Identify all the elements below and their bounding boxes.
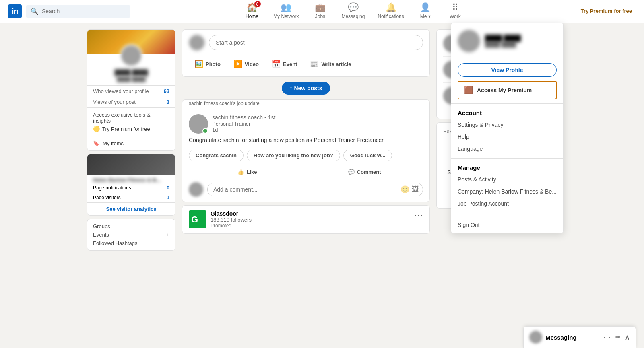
reaction-how[interactable]: How are you liking the new job? — [247, 150, 340, 161]
nav-messaging-label: Messaging — [341, 14, 365, 19]
dropdown-help[interactable]: Help — [458, 131, 557, 143]
dropdown-account-section: Account Settings & Privacy Help Language — [451, 105, 563, 156]
home-badge: 8 — [254, 1, 261, 7]
sidebar-analytics-link[interactable]: See visitor analytics — [87, 202, 175, 215]
sidebar-premium-text: Access exclusive tools & insights — [93, 112, 150, 124]
home-icon: 🏠8 — [247, 2, 258, 13]
premium-btn[interactable]: Try Premium for free — [577, 6, 636, 16]
dropdown-account-title: Account — [458, 109, 557, 116]
post-author-name[interactable]: sachin fitness coach • 1st — [212, 114, 423, 121]
sidebar-link-groups[interactable]: Groups — [93, 223, 169, 229]
comment-input-wrap: 🙂 🖼 — [207, 183, 423, 196]
topnav: in 🔍 🏠8 Home 👥 My Network 💼 Jobs 💬 Messa… — [0, 0, 644, 23]
glassdoor-info: Glassdoor 188,310 followers Promoted — [211, 210, 410, 229]
dropdown-job-posting[interactable]: Job Posting Account — [458, 198, 557, 210]
access-premium-btn[interactable]: 🟫 Access My Premium — [458, 81, 557, 99]
compose-video-label: Video — [245, 61, 259, 67]
search-input[interactable] — [42, 8, 126, 14]
jobs-icon: 💼 — [315, 2, 326, 13]
compose-write-label: Write article — [321, 61, 351, 67]
left-sidebar: ████ ████ ████ ████ Who viewed your prof… — [87, 29, 175, 251]
sidebar-link-events[interactable]: Events + — [93, 232, 169, 238]
sidebar-my-items[interactable]: 🔖 My items — [87, 136, 175, 150]
nav-messaging[interactable]: 💬 Messaging — [336, 0, 370, 23]
nav-me[interactable]: 👤 Me ▾ — [411, 0, 440, 23]
sidebar-page-header-bg — [87, 154, 175, 175]
emoji-icon[interactable]: 🙂 — [400, 185, 409, 194]
compose-photo-btn[interactable]: 🖼️ Photo — [189, 56, 226, 72]
access-premium-label: Access My Premium — [477, 87, 532, 93]
compose-area — [189, 35, 423, 51]
linkedin-logo[interactable]: in — [8, 4, 22, 18]
messaging-more-icon[interactable]: ⋯ — [603, 333, 611, 342]
search-bar[interactable]: 🔍 — [26, 5, 130, 18]
photo-icon: 🖼️ — [194, 60, 203, 68]
dropdown-language[interactable]: Language — [458, 143, 557, 155]
sidebar-my-items-label: My items — [103, 140, 124, 146]
post-more-btn[interactable]: ⋯ — [414, 210, 423, 221]
image-icon[interactable]: 🖼 — [412, 185, 419, 194]
sidebar-premium-link[interactable]: 🟡 Try Premium for free — [93, 126, 169, 132]
video-icon: ▶️ — [233, 60, 242, 68]
notifications-icon: 🔔 — [386, 2, 396, 13]
dropdown-avatar — [458, 30, 480, 52]
bookmark-icon: 🔖 — [93, 140, 99, 146]
comment-icon: 💬 — [348, 169, 355, 175]
reaction-congrats[interactable]: Congrats sachin — [189, 150, 244, 161]
nav-work[interactable]: ⠿ Work — [441, 0, 469, 23]
nav-jobs[interactable]: 💼 Jobs — [306, 0, 334, 23]
glassdoor-name[interactable]: Glassdoor — [211, 210, 410, 217]
events-label: Events — [93, 232, 109, 238]
sidebar-page-name[interactable]: Helen Barlow Fitness & B... — [87, 175, 175, 183]
view-profile-btn[interactable]: View Profile — [458, 63, 557, 77]
messaging-collapse-icon[interactable]: ∧ — [625, 333, 630, 342]
sidebar-page-notif-count: 0 — [167, 185, 169, 191]
glassdoor-header: G Glassdoor 188,310 followers Promoted ⋯ — [189, 210, 423, 229]
reaction-good[interactable]: Good luck w... — [343, 150, 392, 161]
dropdown-settings-privacy[interactable]: Settings & Privacy — [458, 119, 557, 131]
article-icon: 📰 — [310, 60, 319, 68]
like-button[interactable]: 👍 Like — [189, 167, 306, 177]
post-header: sachin fitness coach • 1st Personal Trai… — [182, 109, 429, 134]
post-action-bar: 👍 Like 💬 Comment — [182, 165, 429, 179]
compose-write-btn[interactable]: 📰 Write article — [304, 56, 357, 72]
new-posts-button[interactable]: ↑ New posts — [282, 82, 330, 95]
messaging-compose-icon[interactable]: ✏ — [615, 333, 621, 342]
nav-home[interactable]: 🏠8 Home — [238, 0, 266, 23]
dropdown-signout[interactable]: Sign Out — [458, 219, 557, 231]
post-reactions: Congrats sachin How are you liking the n… — [182, 146, 429, 165]
sidebar-premium-link-label: Try Premium for free — [102, 126, 150, 132]
comment-input[interactable] — [207, 183, 423, 196]
sidebar-stat-post-views[interactable]: Views of your post 3 — [87, 97, 175, 107]
sidebar-link-hashtags[interactable]: Followed Hashtags — [93, 240, 169, 246]
sidebar-stat-viewers[interactable]: Who viewed your profile 63 — [87, 86, 175, 97]
nav-notifications[interactable]: 🔔 Notifications — [372, 0, 409, 23]
sidebar-links: Groups Events + Followed Hashtags — [87, 219, 175, 251]
sidebar-page-card: Helen Barlow Fitness & B... Page notific… — [87, 154, 175, 216]
messaging-bubble: Messaging ⋯ ✏ ∧ — [523, 326, 636, 348]
post-author-title: Personal Trainer — [212, 121, 423, 127]
me-icon: 👤 — [420, 2, 431, 13]
compose-video-btn[interactable]: ▶️ Video — [228, 56, 264, 72]
sidebar-page-notifications[interactable]: Page notifications 0 — [87, 183, 175, 193]
nav-my-network[interactable]: 👥 My Network — [268, 0, 304, 23]
comment-button[interactable]: 💬 Comment — [306, 167, 423, 177]
messaging-icon: 💬 — [348, 2, 359, 13]
compose-event-btn[interactable]: 📅 Event — [266, 56, 303, 72]
sidebar-post-views-count: 3 — [167, 99, 169, 105]
hashtags-label: Followed Hashtags — [93, 240, 138, 246]
like-label: Like — [246, 169, 257, 175]
glassdoor-post: G Glassdoor 188,310 followers Promoted ⋯ — [182, 205, 430, 234]
compose-input[interactable] — [209, 35, 423, 50]
dropdown-manage-section: Manage Posts & Activity Company: Helen B… — [451, 160, 563, 211]
topnav-center: 🏠8 Home 👥 My Network 💼 Jobs 💬 Messaging … — [130, 0, 577, 23]
sidebar-post-views-label: Views of your post — [93, 99, 136, 105]
dropdown-company[interactable]: Company: Helen Barlow Fitness & Be... — [458, 185, 557, 198]
comment-avatar — [189, 182, 203, 197]
glassdoor-followers: 188,310 followers — [211, 217, 410, 223]
dropdown-posts-activity[interactable]: Posts & Activity — [458, 173, 557, 185]
sidebar-page-visitors[interactable]: Page visitors 1 — [87, 193, 175, 202]
author-degree: • 1st — [264, 114, 275, 121]
new-posts-bar: ↑ New posts — [182, 82, 430, 95]
feed-post-sachin: sachin fitness coach's job update sachin… — [182, 99, 430, 202]
